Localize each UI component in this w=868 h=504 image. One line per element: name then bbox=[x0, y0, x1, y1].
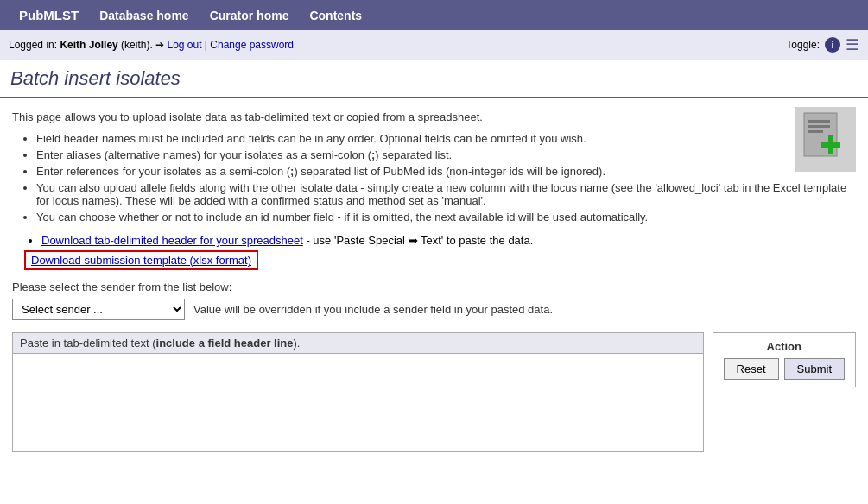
page-title-bar: Batch insert isolates bbox=[0, 60, 868, 98]
svg-rect-1 bbox=[808, 120, 830, 123]
action-buttons: Reset Submit bbox=[724, 358, 845, 380]
paste-section-header: Paste in tab-delimited text (include a f… bbox=[13, 333, 703, 354]
paste-textarea[interactable] bbox=[13, 354, 703, 449]
reset-button[interactable]: Reset bbox=[724, 358, 779, 380]
download-header-suffix: - use 'Paste Special ➡ Text' to paste th… bbox=[306, 234, 533, 247]
bullet-item: Field header names must be included and … bbox=[36, 132, 856, 145]
download-header-item: Download tab-delimited header for your s… bbox=[41, 234, 856, 247]
paste-header-suffix: ). bbox=[293, 337, 300, 350]
paste-header-prefix: Paste in tab-delimited text ( bbox=[20, 337, 156, 350]
paste-header-bold: include a field header line bbox=[156, 337, 294, 350]
info-icon[interactable]: i bbox=[825, 37, 840, 53]
curator-home-link[interactable]: Curator home bbox=[200, 3, 300, 28]
bullet-item: Enter references for your isolates as a … bbox=[36, 165, 856, 178]
bullet-item: You can choose whether or not to include… bbox=[36, 211, 856, 224]
bullet-item: You can also upload allele fields along … bbox=[36, 181, 856, 207]
user-id: keith bbox=[124, 39, 146, 51]
sender-select[interactable]: Select sender ... bbox=[12, 299, 185, 320]
log-out-link[interactable]: Log out bbox=[167, 39, 201, 51]
hamburger-menu-icon[interactable]: ☰ bbox=[846, 35, 859, 54]
svg-rect-5 bbox=[821, 142, 840, 148]
paste-action-row: Paste in tab-delimited text (include a f… bbox=[12, 332, 856, 452]
contents-link[interactable]: Contents bbox=[299, 3, 372, 28]
toggle-area: Toggle: i ☰ bbox=[786, 35, 859, 54]
links-section: Download tab-delimited header for your s… bbox=[24, 234, 856, 270]
submit-button[interactable]: Submit bbox=[784, 358, 845, 380]
bullet-list: Field header names must be included and … bbox=[36, 132, 856, 224]
sender-label: Please select the sender from the list b… bbox=[12, 280, 856, 293]
brand-logo[interactable]: PubMLST bbox=[9, 3, 89, 28]
download-template-button[interactable]: Download submission template (xlsx forma… bbox=[24, 250, 258, 270]
login-info: Logged in: Keith Jolley (keith). ➔ Log o… bbox=[9, 39, 294, 51]
logged-in-prefix: Logged in: bbox=[9, 39, 60, 51]
arrow-icon: ➔ bbox=[155, 39, 164, 51]
database-home-link[interactable]: Database home bbox=[89, 3, 199, 28]
toggle-label: Toggle: bbox=[786, 39, 820, 51]
intro-text: This page allows you to upload isolate d… bbox=[12, 110, 856, 123]
action-section: Action Reset Submit bbox=[713, 332, 856, 387]
user-name: Keith Jolley bbox=[60, 39, 117, 51]
bullet-item: Enter aliases (alternative names) for yo… bbox=[36, 148, 856, 161]
download-template-item: Download submission template (xlsx forma… bbox=[24, 250, 856, 270]
page-title: Batch insert isolates bbox=[10, 67, 858, 90]
top-navigation: PubMLST Database home Curator home Conte… bbox=[0, 0, 868, 30]
download-header-link[interactable]: Download tab-delimited header for your s… bbox=[41, 234, 303, 247]
login-bar: Logged in: Keith Jolley (keith). ➔ Log o… bbox=[0, 30, 868, 60]
sender-note: Value will be overridden if you include … bbox=[193, 303, 553, 316]
svg-rect-2 bbox=[808, 125, 830, 128]
svg-rect-3 bbox=[808, 130, 823, 133]
main-content: This page allows you to upload isolate d… bbox=[0, 98, 868, 464]
paste-section: Paste in tab-delimited text (include a f… bbox=[12, 332, 704, 452]
action-title: Action bbox=[724, 340, 845, 353]
change-password-link[interactable]: Change password bbox=[210, 39, 294, 51]
document-icon bbox=[795, 107, 856, 172]
sender-row: Select sender ... Value will be overridd… bbox=[12, 299, 856, 320]
